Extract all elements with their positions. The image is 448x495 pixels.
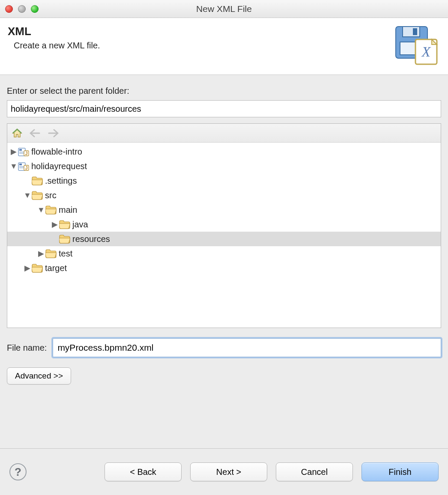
chevron-right-icon[interactable]: ▶ [24, 264, 31, 272]
folder-tree-panel: ▶Jflowable-intro▼Jholidayrequest.setting… [7, 123, 441, 328]
window-title: New XML File [196, 4, 252, 14]
folder-icon [59, 219, 71, 230]
wizard-subheading: Create a new XML file. [14, 41, 388, 51]
finish-button[interactable]: Finish [361, 462, 439, 481]
chevron-right-icon[interactable]: ▶ [37, 250, 45, 257]
wizard-heading: XML [8, 25, 388, 38]
tree-row[interactable]: ▶test [7, 246, 441, 261]
tree-node-label: .settings [45, 176, 77, 186]
minimize-window-button[interactable] [18, 5, 26, 13]
wizard-banner-icon: X [393, 25, 440, 66]
chevron-right-icon[interactable]: ▶ [10, 148, 18, 155]
zoom-window-button[interactable] [31, 5, 39, 13]
folder-icon [31, 176, 43, 186]
close-window-button[interactable] [5, 5, 13, 13]
advanced-button[interactable]: Advanced >> [7, 367, 71, 385]
tree-row[interactable]: ▶target [7, 261, 441, 275]
parent-folder-input[interactable] [7, 100, 441, 117]
folder-icon [45, 205, 57, 215]
tree-row[interactable]: resources [7, 232, 441, 246]
tree-node-label: main [59, 205, 77, 215]
tree-node-label: test [59, 249, 72, 259]
chevron-down-icon[interactable]: ▼ [37, 206, 45, 214]
folder-tree[interactable]: ▶Jflowable-intro▼Jholidayrequest.setting… [7, 143, 441, 328]
next-button[interactable]: Next > [190, 462, 267, 481]
svg-rect-7 [19, 149, 22, 151]
tree-toolbar [7, 124, 441, 143]
folder-icon [45, 248, 57, 259]
svg-rect-2 [413, 28, 417, 35]
wizard-footer: ? < Back Next > Cancel Finish [0, 449, 448, 495]
filename-row: File name: [7, 338, 441, 357]
tree-node-label: holidayrequest [31, 161, 87, 171]
wizard-banner: XML Create a new XML file. X [0, 18, 448, 75]
tree-node-label: target [45, 263, 67, 273]
filename-label: File name: [7, 343, 47, 353]
parent-folder-label: Enter or select the parent folder: [7, 86, 441, 96]
project-icon: J [18, 161, 30, 171]
help-button[interactable]: ? [9, 463, 27, 480]
back-button[interactable]: < Back [105, 462, 182, 481]
window-traffic-lights [5, 5, 39, 13]
chevron-right-icon[interactable]: ▶ [51, 221, 59, 228]
svg-rect-13 [19, 164, 22, 165]
forward-arrow-button[interactable] [46, 127, 60, 140]
svg-text:J: J [25, 165, 27, 170]
tree-row[interactable]: ▼Jholidayrequest [7, 159, 441, 173]
tree-row[interactable]: .settings [7, 173, 441, 188]
chevron-down-icon[interactable]: ▼ [10, 162, 18, 170]
folder-icon [31, 263, 43, 273]
tree-row[interactable]: ▼src [7, 188, 441, 203]
chevron-down-icon[interactable]: ▼ [24, 191, 31, 199]
tree-row[interactable]: ▶Jflowable-intro [7, 144, 441, 159]
tree-node-label: src [45, 191, 57, 200]
svg-text:X: X [421, 44, 431, 60]
titlebar: New XML File [0, 0, 448, 18]
svg-text:J: J [25, 151, 27, 156]
tree-node-label: java [72, 220, 88, 230]
folder-icon [59, 234, 71, 244]
tree-row[interactable]: ▶java [7, 217, 441, 232]
tree-node-label: resources [72, 234, 110, 244]
tree-row[interactable]: ▼main [7, 203, 441, 217]
tree-node-label: flowable-intro [31, 147, 82, 157]
home-button[interactable] [10, 127, 24, 140]
cancel-button[interactable]: Cancel [276, 462, 353, 481]
folder-icon [31, 190, 43, 200]
project-icon: J [18, 146, 30, 157]
back-arrow-button[interactable] [28, 127, 42, 140]
wizard-content: Enter or select the parent folder: ▶Jfl [0, 75, 448, 385]
filename-input[interactable] [53, 338, 441, 357]
